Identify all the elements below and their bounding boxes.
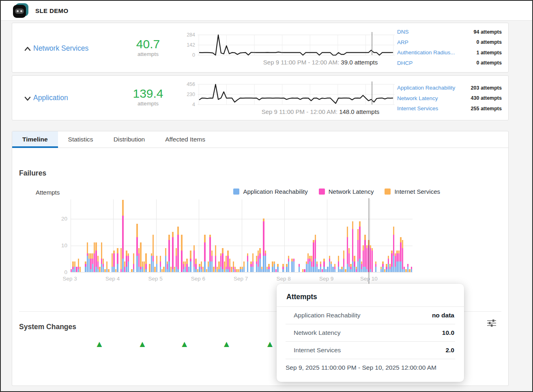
tab-bar: TimelineStatisticsDistributionAffected I…: [12, 131, 508, 148]
classifier-list-network-services: DNS94 attemptsARP0 attemptsAuthenticatio…: [397, 27, 502, 68]
chart-legend: Application ReachabilityNetwork LatencyI…: [233, 188, 440, 195]
app-logo-icon: [13, 3, 28, 19]
tooltip-row: Network Latency10.0: [286, 324, 455, 342]
legend-item[interactable]: Network Latency: [319, 188, 374, 195]
tooltip-row: Internet Services2.0: [286, 342, 455, 359]
metric-value: 40.7: [122, 38, 174, 51]
legend-label: Network Latency: [329, 188, 374, 195]
tooltip-time-range: Sep 9, 2025 11:00:00 PM - Sep 10, 2025 1…: [277, 359, 464, 377]
sle-card-network-services: Network Services 40.7 attempts 2841420Se…: [12, 23, 509, 73]
system-change-marker-icon[interactable]: ▲: [266, 338, 275, 350]
sparkline-svg[interactable]: [198, 32, 395, 58]
classifier-row: DHCP0 attempts: [397, 58, 502, 69]
system-change-marker-icon[interactable]: ▲: [138, 338, 147, 350]
legend-item[interactable]: Internet Services: [385, 188, 440, 195]
sparkline-yticks: 4562304: [185, 81, 196, 107]
legend-swatch-icon: [319, 189, 325, 195]
metric-value: 139.4: [122, 87, 174, 100]
tooltip-series-value: 2.0: [445, 347, 454, 354]
classifier-count: 255 attempts: [471, 106, 502, 111]
tooltip-series-label: Application Reachability: [294, 312, 361, 319]
classifier-link[interactable]: Network Latency: [397, 95, 438, 101]
classifier-count: 94 attempts: [474, 29, 502, 35]
app-window: SLE DEMO Network Services 40.7 attempts …: [0, 0, 533, 392]
legend-swatch-icon: [233, 189, 239, 195]
failures-x-axis-labels: Sep 3Sep 4Sep 5Sep 6Sep 7Sep 8Sep 9Sep 1…: [71, 276, 413, 283]
tooltip-row: Application Reachabilityno data: [286, 307, 455, 324]
metric-unit: attempts: [122, 101, 174, 107]
sparkline-caption: Sep 9 11:00 PM - 12:00 AM: 148.0 attempt…: [198, 108, 395, 115]
app-header: SLE DEMO: [1, 1, 532, 21]
legend-label: Application Reachability: [243, 188, 307, 195]
system-change-marker-icon[interactable]: ▲: [222, 338, 231, 350]
failures-ytick-0: 0: [53, 269, 67, 275]
classifier-row: ARP0 attempts: [397, 37, 502, 48]
tab-statistics[interactable]: Statistics: [58, 131, 103, 148]
chart-tooltip: Attempts Application Reachabilityno data…: [277, 284, 464, 382]
classifier-link[interactable]: Authentication Radius...: [397, 49, 455, 56]
classifier-count: 430 attempts: [471, 95, 502, 101]
x-axis-day-label: Sep 7: [234, 276, 248, 282]
sle-link-application[interactable]: Application: [33, 94, 68, 102]
x-axis-day-label: Sep 6: [191, 276, 205, 282]
classifier-row: Authentication Radius...1 attempts: [397, 47, 502, 58]
filter-settings-icon[interactable]: [486, 319, 497, 328]
system-change-marker-icon[interactable]: ▲: [95, 338, 104, 350]
tab-distribution[interactable]: Distribution: [103, 131, 155, 148]
classifier-link[interactable]: Internet Services: [397, 105, 438, 111]
system-changes-title: System Changes: [19, 323, 76, 331]
system-change-marker-icon[interactable]: ▲: [180, 338, 189, 350]
tooltip-series-label: Network Latency: [294, 329, 340, 336]
classifier-link[interactable]: ARP: [397, 39, 408, 45]
failures-ytick-10: 10: [53, 242, 67, 248]
sparkline-yticks: 2841420: [185, 32, 196, 57]
legend-item[interactable]: Application Reachability: [233, 188, 307, 195]
tab-affected-items[interactable]: Affected Items: [155, 131, 215, 148]
classifier-count: 0 attempts: [476, 60, 502, 66]
legend-label: Internet Services: [394, 188, 440, 195]
x-axis-day-label: Sep 8: [276, 276, 290, 282]
x-axis-day-label: Sep 3: [63, 276, 77, 282]
chevron-down-icon[interactable]: [24, 94, 32, 103]
tab-timeline[interactable]: Timeline: [12, 131, 58, 148]
tooltip-series-label: Internet Services: [294, 347, 341, 354]
metric-unit: attempts: [122, 51, 174, 57]
classifier-link[interactable]: Application Reachability: [397, 85, 455, 91]
metric-network-services: 40.7 attempts: [122, 38, 174, 57]
classifier-row: Application Reachability203 attempts: [397, 83, 502, 93]
failures-ytick-20: 20: [53, 216, 67, 222]
failures-y-axis-name: Attempts: [36, 189, 60, 196]
classifier-row: DNS94 attempts: [397, 27, 502, 37]
sparkline-caption: Sep 9 11:00 PM - 12:00 AM: 39.0 attempts: [198, 59, 395, 66]
classifier-count: 203 attempts: [471, 85, 502, 91]
sle-card-application: Application 139.4 attempts 4562304Sep 9 …: [12, 75, 509, 120]
classifier-row: Network Latency430 attempts: [397, 93, 502, 104]
classifier-link[interactable]: DNS: [397, 29, 409, 35]
x-axis-day-label: Sep 4: [105, 276, 120, 282]
legend-swatch-icon: [385, 189, 391, 195]
failures-section-title: Failures: [19, 169, 46, 178]
classifier-count: 1 attempts: [476, 50, 502, 56]
metric-application: 139.4 attempts: [122, 87, 174, 107]
stacked-bars[interactable]: [71, 199, 413, 272]
sparkline-svg[interactable]: [198, 81, 395, 107]
classifier-link[interactable]: DHCP: [397, 60, 413, 66]
classifier-count: 0 attempts: [476, 39, 502, 45]
classifier-list-application: Application Reachability203 attemptsNetw…: [397, 83, 502, 114]
x-axis-day-label: Sep 9: [319, 276, 333, 282]
chevron-up-icon[interactable]: [24, 45, 32, 53]
chart-cursor-line: [369, 198, 369, 284]
failures-bar-chart[interactable]: [71, 199, 413, 272]
tooltip-series-value: 10.0: [442, 329, 454, 336]
tooltip-title: Attempts: [277, 284, 464, 307]
page-title: SLE DEMO: [35, 7, 69, 14]
sle-link-network-services[interactable]: Network Services: [33, 44, 88, 53]
x-axis-day-label: Sep 10: [360, 276, 378, 282]
classifier-row: Internet Services255 attempts: [397, 103, 502, 114]
tooltip-series-value: no data: [432, 312, 454, 319]
x-axis-day-label: Sep 5: [148, 276, 162, 282]
